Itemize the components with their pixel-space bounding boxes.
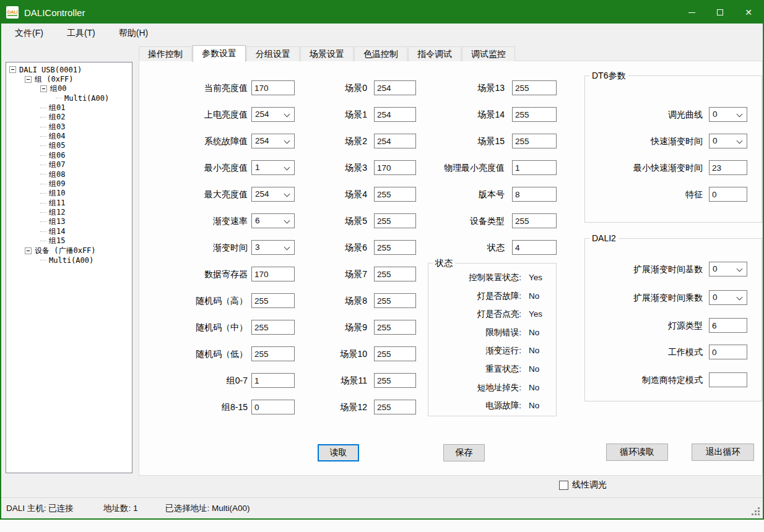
col1-row-0-input[interactable] [251, 80, 295, 95]
col1-row-3-value: 1 [255, 163, 260, 172]
col1-row-10-input[interactable] [251, 346, 295, 361]
dt6-row-3-input[interactable] [709, 187, 747, 202]
resize-grip-icon[interactable] [752, 507, 760, 516]
tab-1[interactable]: 参数设置 [193, 45, 246, 62]
tree-item-20[interactable]: Multi(A00) [6, 255, 132, 265]
col3-row-1-input[interactable] [512, 107, 557, 122]
tree-item-7[interactable]: 组04 [6, 132, 132, 141]
tree-connector [40, 127, 46, 127]
minimize-button[interactable] [677, 1, 706, 24]
linear-dimming-checkbox[interactable] [559, 481, 568, 490]
tree-item-1[interactable]: 组 (0xFF) [6, 74, 132, 84]
col3-row-6-input[interactable] [512, 240, 557, 255]
tree-expander-icon[interactable] [25, 247, 32, 254]
dt6-row-0-value: 0 [713, 109, 718, 119]
chevron-down-icon [284, 244, 290, 251]
tree-item-12[interactable]: 组09 [6, 179, 132, 189]
tree-item-6[interactable]: 组03 [6, 122, 132, 131]
menu-item-0[interactable]: 文件(F) [7, 25, 51, 42]
tree-item-14[interactable]: 组11 [6, 198, 132, 207]
tree-item-8[interactable]: 组05 [6, 141, 132, 150]
col1-row-11-input[interactable] [251, 373, 295, 388]
dali2-row-3-input[interactable] [709, 345, 747, 359]
col1-row-4-combobox[interactable]: 254 [251, 187, 295, 202]
chevron-down-icon [284, 218, 290, 224]
col1-row-6-combobox[interactable]: 3 [251, 240, 295, 255]
col3-row-3-input[interactable] [512, 160, 557, 175]
field-label-col2-11: 场景11 [313, 373, 367, 388]
tree-item-3[interactable]: Multi(A00) [6, 93, 132, 103]
tree-connector [40, 241, 46, 241]
col2-row-7-input[interactable] [374, 267, 416, 281]
tree-item-19[interactable]: 设备 (广播0xFF) [6, 246, 132, 255]
col2-row-12-input[interactable] [374, 400, 416, 414]
tab-0[interactable]: 操作控制 [139, 46, 192, 61]
dali2-row-1-combobox[interactable]: 0 [709, 290, 747, 305]
loop-read-button[interactable]: 循环读取 [606, 444, 668, 461]
close-icon: ✕ [745, 7, 752, 17]
tree-expander-icon[interactable] [9, 66, 16, 73]
col3-row-0-input[interactable] [512, 80, 557, 95]
dali2-row-4-input[interactable] [709, 372, 747, 387]
col2-row-11-input[interactable] [374, 373, 416, 388]
field-label-col2-7: 场景7 [313, 267, 367, 281]
exit-loop-button[interactable]: 退出循环 [692, 444, 754, 461]
field-label-col1-0: 当前亮度值 [139, 80, 248, 95]
tree-item-16[interactable]: 组13 [6, 217, 132, 226]
tab-6[interactable]: 调试监控 [462, 46, 515, 61]
col1-row-12-input[interactable] [251, 400, 295, 414]
col3-row-5-input[interactable] [512, 213, 557, 228]
tree-item-4[interactable]: 组01 [6, 103, 132, 113]
dali2-row-2-input[interactable] [709, 318, 747, 333]
col2-row-10-input[interactable] [374, 346, 416, 361]
tab-4[interactable]: 色温控制 [354, 46, 407, 61]
col1-row-9-input[interactable] [251, 320, 295, 335]
dali2-groupbox: DALI2 扩展渐变时间基数0扩展渐变时间乘数0灯源类型工作模式制造商特定模式 [584, 238, 762, 401]
col1-row-8-input[interactable] [251, 293, 295, 308]
tab-3[interactable]: 场景设置 [300, 46, 354, 61]
menu-item-1[interactable]: 工具(T) [59, 25, 103, 42]
dali2-row-0-label: 扩展渐变时间基数 [585, 262, 703, 277]
tree-item-11[interactable]: 组08 [6, 169, 132, 179]
tree-item-17[interactable]: 组14 [6, 227, 132, 236]
tree-item-10[interactable]: 组07 [6, 160, 132, 169]
tree-item-15[interactable]: 组12 [6, 208, 132, 217]
col2-row-8-input[interactable] [374, 293, 416, 308]
status-row-6-value: No [529, 382, 539, 394]
col3-row-2-input[interactable] [512, 134, 557, 148]
col1-row-7-input[interactable] [251, 267, 295, 281]
save-button[interactable]: 保存 [443, 444, 485, 461]
tree-item-0[interactable]: DALI USB(0001) [6, 65, 132, 74]
close-button[interactable]: ✕ [734, 1, 763, 24]
read-button[interactable]: 读取 [318, 444, 359, 461]
device-tree: DALI USB(0001)组 (0xFF)组00Multi(A00)组01组0… [6, 62, 132, 473]
dt6-row-1-combobox[interactable]: 0 [709, 134, 747, 148]
status-row-0-value: Yes [529, 272, 542, 284]
dt6-row-0-combobox[interactable]: 0 [709, 107, 747, 122]
maximize-button[interactable] [706, 1, 734, 24]
field-label-col3-2: 场景15 [406, 134, 505, 148]
tree-connector [40, 155, 46, 156]
col1-row-1-combobox[interactable]: 254 [251, 107, 295, 122]
col1-row-2-combobox[interactable]: 254 [251, 134, 295, 148]
col2-row-9-input[interactable] [374, 320, 416, 335]
tree-item-2[interactable]: 组00 [6, 84, 132, 93]
col1-row-5-combobox[interactable]: 6 [251, 213, 295, 228]
tab-5[interactable]: 指令调试 [408, 46, 461, 61]
menu-item-2[interactable]: 帮助(H) [111, 25, 155, 42]
tree-item-9[interactable]: 组06 [6, 151, 132, 160]
dt6-row-2-input[interactable] [709, 160, 747, 175]
tab-2[interactable]: 分组设置 [246, 46, 300, 61]
dali2-row-0-combobox[interactable]: 0 [709, 262, 747, 277]
tree-item-13[interactable]: 组10 [6, 189, 132, 198]
tree-item-5[interactable]: 组02 [6, 113, 132, 122]
tree-connector [40, 212, 46, 213]
tree-expander-icon[interactable] [40, 85, 47, 92]
field-label-col2-6: 场景6 [313, 240, 367, 255]
tree-expander-icon[interactable] [25, 76, 32, 83]
tabstrip: 操作控制参数设置分组设置场景设置色温控制指令调试调试监控 [139, 45, 516, 61]
tree-item-18[interactable]: 组15 [6, 236, 132, 246]
col1-row-3-combobox[interactable]: 1 [251, 160, 295, 175]
col3-row-4-input[interactable] [512, 187, 557, 202]
field-label-col3-6: 状态 [406, 240, 505, 255]
